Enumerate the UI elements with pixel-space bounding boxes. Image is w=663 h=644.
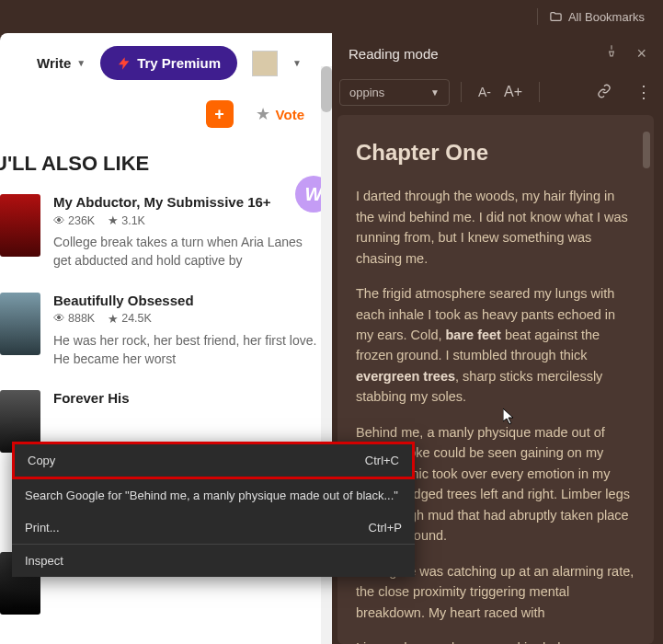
story-meta: 👁236K ★3.1K <box>53 213 319 227</box>
context-menu: Copy Ctrl+C Search Google for "Behind me… <box>12 442 415 577</box>
scrollbar-thumb[interactable] <box>321 66 332 112</box>
scrollbar[interactable] <box>643 124 650 635</box>
chapter-title: Chapter One <box>356 135 635 169</box>
story-description: He was her rock, her best friend, her fi… <box>53 331 319 369</box>
eye-icon: 👁 <box>53 214 65 227</box>
context-menu-inspect[interactable]: Inspect <box>12 545 415 577</box>
pin-icon[interactable] <box>605 44 618 63</box>
story-item[interactable]: My Abductor, My Submissive 16+ 👁236K ★3.… <box>0 183 332 282</box>
link-icon[interactable] <box>591 80 617 105</box>
paragraph: I jumped over a log covered in dark gree… <box>356 638 635 644</box>
story-title: My Abductor, My Submissive 16+ <box>53 194 319 210</box>
section-title: U'LL ALSO LIKE <box>0 135 332 183</box>
context-menu-print[interactable]: Print... Ctrl+P <box>12 512 415 544</box>
try-premium-button[interactable]: Try Premium <box>100 46 237 80</box>
chevron-down-icon: ▼ <box>76 58 86 68</box>
story-cover <box>0 194 40 257</box>
star-icon: ★ <box>256 104 270 124</box>
context-menu-search[interactable]: Search Google for "Behind me, a manly ph… <box>12 479 415 512</box>
add-button[interactable]: + <box>206 100 234 128</box>
lightning-icon <box>117 56 131 71</box>
story-title: Forever His <box>53 390 319 406</box>
scrollbar-thumb[interactable] <box>643 132 650 168</box>
write-button[interactable]: Write ▼ <box>37 55 86 71</box>
story-meta: 👁888K ★24.5K <box>53 312 319 326</box>
paragraph: The frigid atmosphere seared my lungs wi… <box>356 283 635 408</box>
all-bookmarks-button[interactable]: All Bookmarks <box>549 10 645 24</box>
chevron-down-icon: ▼ <box>430 87 440 98</box>
avatar[interactable] <box>252 51 278 76</box>
close-icon[interactable]: × <box>636 44 646 63</box>
font-size-decrease[interactable]: A- <box>473 81 497 103</box>
paragraph: I darted through the woods, my hair flyi… <box>356 186 635 269</box>
story-description: College break takes a turn when Aria Lan… <box>53 233 319 270</box>
more-icon[interactable]: ⋮ <box>630 78 656 106</box>
reading-mode-title: Reading mode <box>349 46 439 62</box>
context-menu-copy[interactable]: Copy Ctrl+C <box>12 442 415 479</box>
star-icon: ★ <box>108 312 119 326</box>
folder-icon <box>549 10 563 24</box>
story-item[interactable]: Beautifully Obsessed 👁888K ★24.5K He was… <box>0 282 332 380</box>
font-select[interactable]: oppins ▼ <box>339 79 450 106</box>
font-size-increase[interactable]: A+ <box>498 80 528 104</box>
chevron-down-icon[interactable]: ▼ <box>292 58 302 68</box>
story-cover <box>0 293 40 355</box>
star-icon: ★ <box>108 213 119 227</box>
story-title: Beautifully Obsessed <box>53 293 319 308</box>
vote-button[interactable]: ★ Vote <box>256 104 304 124</box>
eye-icon: 👁 <box>53 312 65 325</box>
